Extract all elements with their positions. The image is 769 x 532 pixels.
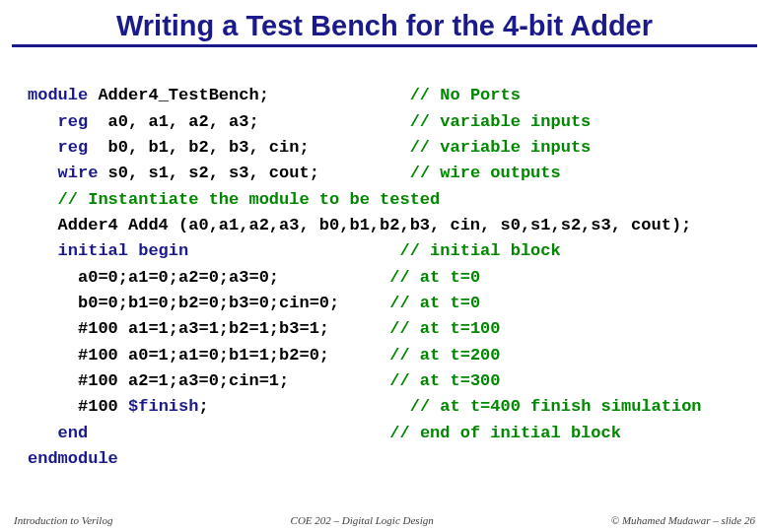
keyword: end [28, 424, 88, 442]
code-line: reg b0, b1, b2, b3, cin; // variable inp… [28, 138, 591, 157]
code-text: #100 a2=1;a3=0;cin=1; [28, 371, 389, 390]
comment: // at t=0 [389, 268, 480, 287]
code-text: Adder4_TestBench; [88, 86, 409, 104]
comment: // Instantiate the module to be tested [28, 190, 440, 209]
comment: // at t=100 [389, 319, 500, 338]
code-text [88, 424, 389, 442]
code-text: #100 [28, 397, 128, 416]
code-text: a0, a1, a2, a3; [88, 112, 409, 131]
keyword: wire [28, 164, 98, 182]
code-text: s0, s1, s2, s3, cout; [98, 164, 409, 182]
keyword: reg [28, 138, 88, 157]
slide-footer: Introduction to Verilog COE 202 – Digita… [0, 514, 769, 526]
code-line: reg a0, a1, a2, a3; // variable inputs [28, 112, 591, 131]
comment: // end of initial block [389, 424, 621, 442]
code-line: #100 $finish; // at t=400 finish simulat… [28, 397, 702, 416]
keyword: $finish [128, 397, 198, 416]
code-line: #100 a0=1;a1=0;b1=1;b2=0; // at t=200 [28, 346, 500, 365]
footer-right: © Muhamed Mudawar – slide 26 [611, 514, 755, 526]
code-text: #100 a0=1;a1=0;b1=1;b2=0; [28, 346, 389, 365]
code-text [188, 241, 399, 260]
code-text: ; [198, 397, 409, 416]
comment: // variable inputs [410, 138, 592, 157]
code-line: b0=0;b1=0;b2=0;b3=0;cin=0; // at t=0 [28, 294, 480, 312]
code-block: module Adder4_TestBench; // No Ports reg… [0, 53, 769, 473]
code-line: #100 a2=1;a3=0;cin=1; // at t=300 [28, 371, 500, 390]
comment: // at t=0 [389, 294, 480, 312]
code-line: module Adder4_TestBench; // No Ports [28, 86, 521, 104]
code-text: Adder4 Add4 (a0,a1,a2,a3, b0,b1,b2,b3, c… [28, 216, 691, 234]
keyword: module [28, 86, 88, 104]
comment: // No Ports [410, 86, 521, 104]
code-text: b0, b1, b2, b3, cin; [88, 138, 409, 157]
code-line: end // end of initial block [28, 424, 621, 442]
code-line: #100 a1=1;a3=1;b2=1;b3=1; // at t=100 [28, 319, 500, 338]
code-text: a0=0;a1=0;a2=0;a3=0; [28, 268, 389, 287]
comment: // wire outputs [410, 164, 561, 182]
code-line: wire s0, s1, s2, s3, cout; // wire outpu… [28, 164, 561, 182]
title-underline [12, 44, 757, 47]
comment: // initial block [399, 241, 560, 260]
footer-center: COE 202 – Digital Logic Design [112, 514, 610, 526]
comment: // at t=400 finish simulation [410, 397, 702, 416]
keyword: reg [28, 112, 88, 131]
code-text: b0=0;b1=0;b2=0;b3=0;cin=0; [28, 294, 389, 312]
comment: // at t=200 [389, 346, 500, 365]
code-line: initial begin // initial block [28, 241, 561, 260]
keyword: endmodule [28, 449, 118, 468]
code-line: a0=0;a1=0;a2=0;a3=0; // at t=0 [28, 268, 480, 287]
code-line: // Instantiate the module to be tested [28, 190, 440, 209]
code-text: #100 a1=1;a3=1;b2=1;b3=1; [28, 319, 389, 338]
code-line: endmodule [28, 449, 118, 468]
keyword: initial begin [28, 241, 188, 260]
footer-left: Introduction to Verilog [14, 514, 112, 526]
comment: // variable inputs [410, 112, 592, 131]
code-line: Adder4 Add4 (a0,a1,a2,a3, b0,b1,b2,b3, c… [28, 216, 691, 234]
comment: // at t=300 [389, 371, 500, 390]
slide-title: Writing a Test Bench for the 4-bit Adder [0, 0, 769, 44]
